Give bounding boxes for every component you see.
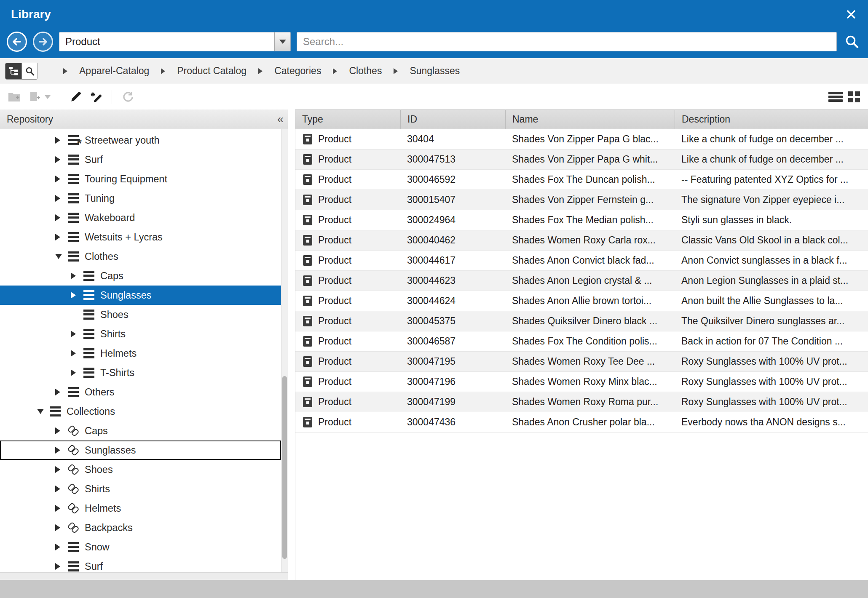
column-header-id[interactable]: ID: [400, 110, 505, 129]
expand-arrow-icon[interactable]: [55, 389, 66, 395]
expand-arrow-icon[interactable]: [71, 292, 82, 299]
tree-item[interactable]: Shirts: [0, 324, 281, 344]
expand-arrow-icon[interactable]: [71, 369, 82, 376]
window-title: Library: [11, 8, 51, 21]
cell-id: 30404: [400, 133, 505, 145]
scrollbar-thumb[interactable]: [282, 376, 287, 559]
column-header-description[interactable]: Description: [675, 110, 868, 129]
expand-arrow-icon[interactable]: [55, 234, 66, 240]
expand-arrow-icon[interactable]: [55, 524, 66, 531]
expand-arrow-icon[interactable]: [55, 137, 66, 144]
expand-arrow-icon[interactable]: [55, 486, 66, 492]
breadcrumb-item[interactable]: Sunglasses: [410, 65, 460, 77]
table-row[interactable]: Product 300045375 Shades Quiksilver Dine…: [295, 311, 868, 331]
tree-item[interactable]: T-Shirts: [0, 363, 281, 382]
product-icon: [303, 215, 312, 225]
tree-item[interactable]: Touring Equipment: [0, 169, 281, 189]
breadcrumb-item[interactable]: Clothes: [349, 65, 382, 77]
search-mode-button[interactable]: [21, 63, 38, 79]
tree-item[interactable]: Others: [0, 382, 281, 402]
search-input[interactable]: [297, 32, 837, 51]
tree-item[interactable]: Caps: [0, 421, 281, 440]
tree-item[interactable]: Shoes: [0, 460, 281, 479]
expand-arrow-icon[interactable]: [55, 214, 66, 221]
breadcrumb-item[interactable]: Categories: [274, 65, 321, 77]
tree-horizontal-scrollbar[interactable]: [0, 572, 288, 580]
tree-item-label: Snow: [85, 542, 110, 553]
tree-item[interactable]: Clothes: [0, 247, 281, 266]
tree-item[interactable]: Collections: [0, 402, 281, 421]
table-row[interactable]: Product 300047513 Shades Von Zipper Papa…: [295, 150, 868, 170]
tree-item[interactable]: Sunglasses: [0, 286, 281, 305]
table-row[interactable]: Product 300047196 Shades Women Roxy Minx…: [295, 372, 868, 392]
table-row[interactable]: Product 30404 Shades Von Zipper Papa G b…: [295, 129, 868, 150]
tree-item[interactable]: Shirts: [0, 479, 281, 499]
forward-button[interactable]: [33, 32, 53, 52]
table-row[interactable]: Product 300046587 Shades Fox The Conditi…: [295, 331, 868, 352]
expand-arrow-icon[interactable]: [55, 156, 66, 163]
expand-arrow-icon[interactable]: [55, 505, 66, 512]
tree-item[interactable]: Streetwear youth: [0, 131, 281, 150]
expand-arrow-icon[interactable]: [55, 544, 66, 550]
table-row[interactable]: Product 300040462 Shades Women Roxy Carl…: [295, 230, 868, 251]
expand-arrow-icon[interactable]: [55, 447, 66, 454]
tree-item[interactable]: Helmets: [0, 344, 281, 363]
tree-item[interactable]: Caps: [0, 266, 281, 286]
table-row[interactable]: Product 300047436 Shades Anon Crusher po…: [295, 412, 868, 432]
table-row[interactable]: Product 300015407 Shades Von Zipper Fern…: [295, 190, 868, 210]
expand-arrow-icon[interactable]: [37, 409, 48, 414]
table-row[interactable]: Product 300044623 Shades Anon Legion cry…: [295, 271, 868, 291]
search-icon[interactable]: [843, 32, 861, 51]
add-item-dropdown-icon[interactable]: [45, 95, 51, 99]
table-row[interactable]: Product 300044624 Shades Anon Allie brow…: [295, 291, 868, 311]
expand-arrow-icon[interactable]: [71, 331, 82, 337]
expand-arrow-icon[interactable]: [55, 254, 66, 259]
expand-arrow-icon[interactable]: [55, 195, 66, 202]
back-button[interactable]: [7, 32, 27, 52]
breadcrumb-item[interactable]: Apparel-Catalog: [79, 65, 149, 77]
tree-item[interactable]: Backpacks: [0, 518, 281, 537]
breadcrumb-separator-icon: [394, 68, 398, 74]
tree-item[interactable]: Helmets: [0, 499, 281, 518]
close-icon[interactable]: [845, 8, 857, 20]
tree-item[interactable]: Wakeboard: [0, 208, 281, 227]
tree-item[interactable]: Wetsuits + Lycras: [0, 227, 281, 247]
tree-icon: [8, 66, 19, 76]
sync-icon[interactable]: [121, 91, 134, 103]
tree-item[interactable]: Snow: [0, 537, 281, 557]
collapse-panel-icon[interactable]: «: [277, 114, 284, 125]
tree-mode-button[interactable]: [5, 63, 21, 79]
breadcrumb-item[interactable]: Product Catalog: [177, 65, 246, 77]
column-header-type[interactable]: Type: [295, 110, 400, 129]
tree-item[interactable]: Surf: [0, 557, 281, 572]
expand-arrow-icon[interactable]: [55, 466, 66, 473]
tree-item[interactable]: Tuning: [0, 189, 281, 208]
table-row[interactable]: Product 300024964 Shades Fox The Median …: [295, 210, 868, 230]
add-item-icon[interactable]: [29, 91, 40, 103]
expand-arrow-icon[interactable]: [71, 350, 82, 357]
tree-item[interactable]: Surf: [0, 150, 281, 169]
type-selector[interactable]: Product: [59, 32, 291, 51]
tree-vertical-scrollbar[interactable]: [281, 129, 288, 572]
expand-arrow-icon[interactable]: [71, 272, 82, 279]
edit-icon[interactable]: [70, 91, 82, 103]
table-row[interactable]: Product 300047199 Shades Women Roxy Roma…: [295, 392, 868, 412]
multi-edit-icon[interactable]: [90, 91, 102, 103]
tree-item[interactable]: Shoes: [0, 305, 281, 324]
type-selector-dropdown-button[interactable]: [274, 32, 290, 51]
expand-arrow-icon[interactable]: [55, 563, 66, 570]
add-folder-icon[interactable]: [8, 91, 21, 103]
table-row[interactable]: Product 300047195 Shades Women Roxy Tee …: [295, 352, 868, 372]
cell-name: Shades Anon Legion crystal & ...: [505, 275, 675, 286]
column-header-name[interactable]: Name: [505, 110, 675, 129]
tree-item[interactable]: Sunglasses: [0, 440, 281, 460]
window-titlebar: Library: [0, 0, 868, 29]
type-selector-value: Product: [59, 32, 274, 51]
grid-view-icon[interactable]: [848, 91, 860, 103]
table-row[interactable]: Product 300046592 Shades Fox The Duncan …: [295, 170, 868, 190]
link-icon: [68, 484, 79, 494]
expand-arrow-icon[interactable]: [55, 427, 66, 434]
list-view-icon[interactable]: [828, 91, 843, 103]
table-row[interactable]: Product 300044617 Shades Anon Convict bl…: [295, 251, 868, 271]
expand-arrow-icon[interactable]: [55, 176, 66, 182]
